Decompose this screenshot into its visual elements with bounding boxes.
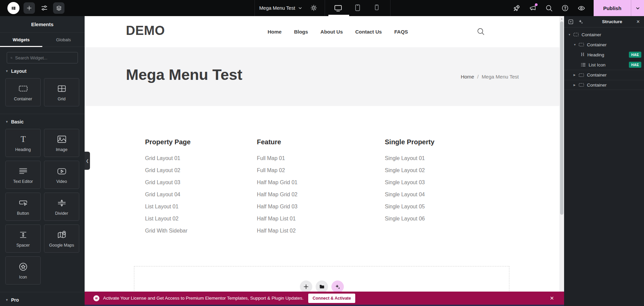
nav-item-home[interactable]: Home bbox=[268, 29, 282, 35]
help-button[interactable] bbox=[561, 4, 569, 12]
site-settings-button[interactable] bbox=[41, 4, 48, 12]
widget-heading[interactable]: T Heading bbox=[5, 129, 41, 157]
megamenu-link[interactable]: Half Map List 01 bbox=[257, 213, 297, 225]
whats-new-button[interactable] bbox=[529, 4, 537, 12]
add-element-button[interactable] bbox=[24, 2, 35, 14]
add-section-button[interactable] bbox=[300, 280, 312, 293]
tree-row-container[interactable]: ▼ Container bbox=[564, 40, 644, 50]
widget-image[interactable]: Image bbox=[44, 129, 79, 157]
widget-google-maps[interactable]: Google Maps bbox=[44, 224, 79, 253]
tree-row-container[interactable]: ▼ Container bbox=[564, 30, 644, 40]
elements-panel: Elements Widgets Globals ▼ Layout Contai… bbox=[0, 16, 85, 306]
sparkles-icon bbox=[335, 284, 340, 290]
finder-search-button[interactable] bbox=[545, 4, 553, 12]
grid-icon bbox=[57, 84, 67, 94]
megamenu-link[interactable]: List Layout 01 bbox=[145, 201, 191, 213]
breadcrumb-home-link[interactable]: Home bbox=[461, 74, 474, 80]
scrollbar-thumb[interactable] bbox=[560, 21, 563, 215]
list-icon bbox=[581, 62, 586, 67]
tab-globals[interactable]: Globals bbox=[42, 33, 85, 47]
device-tablet-button[interactable] bbox=[354, 4, 361, 11]
caret-down-icon[interactable]: ▼ bbox=[573, 43, 579, 46]
desktop-icon bbox=[334, 4, 342, 12]
caret-right-icon[interactable]: ▶ bbox=[573, 73, 579, 76]
document-switcher[interactable]: Mega Menu Test bbox=[259, 0, 302, 16]
nav-item-contact-us[interactable]: Contact Us bbox=[355, 29, 382, 35]
close-icon[interactable]: ✕ bbox=[636, 19, 640, 24]
page-hero: Mega Menu Test Home / Mega Menu Test bbox=[85, 47, 564, 106]
section-header-layout[interactable]: ▼ Layout bbox=[0, 63, 85, 77]
sparkles-icon bbox=[578, 19, 583, 24]
eye-icon bbox=[578, 4, 585, 12]
connect-activate-button[interactable]: Connect & Activate bbox=[308, 294, 355, 303]
caret-right-icon[interactable]: ▶ bbox=[573, 84, 579, 87]
section-header-pro[interactable]: ▼ Pro bbox=[0, 292, 85, 306]
megamenu-link[interactable]: Half Map Grid 03 bbox=[257, 201, 297, 213]
megamenu-link[interactable]: List Layout 02 bbox=[145, 213, 191, 225]
nav-item-about-us[interactable]: About Us bbox=[320, 29, 343, 35]
widget-container[interactable]: Container bbox=[5, 78, 41, 106]
publish-options-button[interactable] bbox=[631, 6, 644, 10]
site-search-button[interactable] bbox=[476, 27, 485, 36]
sliders-icon bbox=[41, 4, 48, 12]
megamenu-link[interactable]: Single Layout 02 bbox=[385, 164, 434, 176]
megamenu-link[interactable]: Grid Layout 04 bbox=[145, 189, 191, 201]
megamenu-link[interactable]: Full Map 02 bbox=[257, 164, 297, 176]
elementor-logo-icon bbox=[95, 297, 98, 300]
megamenu-link[interactable]: Grid Layout 02 bbox=[145, 164, 191, 176]
device-desktop-button[interactable] bbox=[334, 4, 342, 12]
text-editor-icon bbox=[18, 166, 28, 176]
panel-collapse-handle[interactable]: ❮ bbox=[85, 152, 90, 170]
site-logo[interactable]: DEMO bbox=[126, 23, 165, 38]
widget-button[interactable]: Button bbox=[5, 193, 41, 221]
nav-item-blogs[interactable]: Blogs bbox=[294, 29, 308, 35]
preview-button[interactable] bbox=[578, 4, 585, 12]
widget-video[interactable]: Video bbox=[44, 161, 79, 189]
megamenu-link[interactable]: Single Layout 05 bbox=[385, 201, 434, 213]
megamenu-link[interactable]: Single Layout 04 bbox=[385, 189, 434, 201]
canvas-scrollbar[interactable]: ▲ bbox=[559, 16, 564, 292]
close-icon[interactable]: ✕ bbox=[550, 295, 554, 301]
widget-grid[interactable]: Grid bbox=[44, 78, 79, 106]
section-header-basic[interactable]: ▼ Basic bbox=[0, 114, 85, 128]
megamenu-link[interactable]: Grid Layout 01 bbox=[145, 152, 191, 164]
breadcrumb-current: Mega Menu Test bbox=[481, 74, 519, 80]
ai-builder-button[interactable] bbox=[331, 280, 344, 293]
add-template-button[interactable] bbox=[316, 280, 328, 293]
publish-button[interactable]: Publish bbox=[594, 5, 631, 11]
element-manager-button[interactable] bbox=[53, 2, 64, 14]
tree-row-list-icon[interactable]: List Icon HAE bbox=[564, 60, 644, 70]
widget-text-editor[interactable]: Text Editor bbox=[5, 161, 41, 189]
elementor-logo[interactable] bbox=[7, 2, 19, 14]
search-input[interactable] bbox=[15, 55, 74, 60]
nav-item-faqs[interactable]: FAQS bbox=[394, 29, 408, 35]
document-settings-button[interactable] bbox=[310, 4, 318, 12]
tree-row-container[interactable]: ▶ Container bbox=[564, 80, 644, 90]
megamenu-link[interactable]: Half Map List 02 bbox=[257, 225, 297, 237]
device-mobile-button[interactable] bbox=[373, 4, 380, 11]
widget-spacer[interactable]: Spacer bbox=[5, 224, 41, 253]
widget-icon[interactable]: Icon bbox=[5, 256, 41, 285]
editor-canvas: DEMO Home Blogs About Us Contact Us FAQS… bbox=[85, 16, 564, 306]
megamenu-link[interactable]: Half Map Grid 02 bbox=[257, 189, 297, 201]
megamenu-link[interactable]: Single Layout 03 bbox=[385, 176, 434, 189]
license-notification-bar: Activate Your License and Get Access to … bbox=[85, 292, 564, 305]
megamenu-link[interactable]: Single Layout 01 bbox=[385, 152, 434, 164]
document-title: Mega Menu Test bbox=[259, 5, 295, 11]
ai-structure-button[interactable] bbox=[578, 19, 583, 24]
megamenu-link[interactable]: Full Map 01 bbox=[257, 152, 297, 164]
widget-divider[interactable]: Divider bbox=[44, 193, 79, 221]
megamenu-link[interactable]: Grid With Sidebar bbox=[145, 225, 191, 237]
megamenu-link[interactable]: Half Map Grid 01 bbox=[257, 176, 297, 189]
tree-row-heading[interactable]: H Heading HAE bbox=[564, 50, 644, 60]
launchpad-button[interactable] bbox=[513, 4, 520, 12]
megamenu-link[interactable]: Grid Layout 03 bbox=[145, 176, 191, 189]
scroll-up-arrow[interactable]: ▲ bbox=[559, 16, 564, 20]
caret-down-icon[interactable]: ▼ bbox=[568, 33, 573, 36]
notification-message: Activate Your License and Get Access to … bbox=[103, 296, 304, 301]
collapse-all-button[interactable] bbox=[568, 19, 573, 24]
tab-widgets[interactable]: Widgets bbox=[0, 33, 42, 47]
megamenu-link[interactable]: Single Layout 06 bbox=[385, 213, 434, 225]
search-icon bbox=[476, 27, 485, 36]
tree-row-container[interactable]: ▶ Container bbox=[564, 70, 644, 80]
